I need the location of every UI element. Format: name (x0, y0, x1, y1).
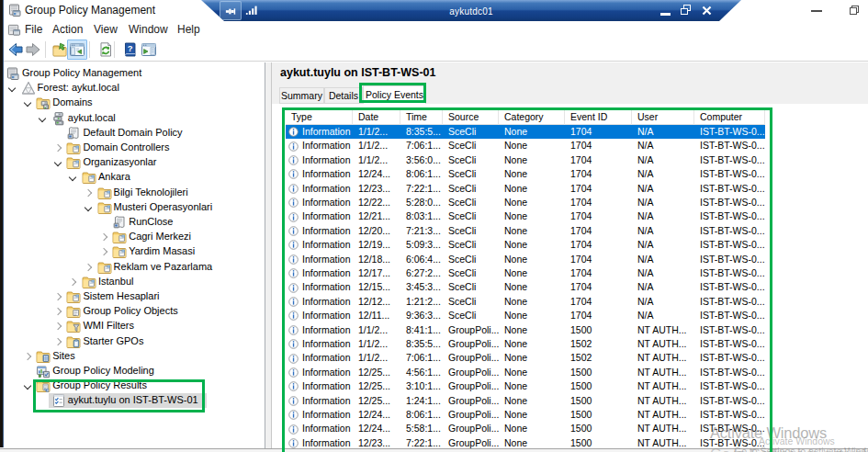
menu-item-file[interactable]: File (25, 23, 42, 36)
chevron-down-icon[interactable] (8, 85, 16, 92)
console-tree-toggle-button[interactable] (67, 40, 87, 60)
tree-item-runclose[interactable]: RunClose (4, 215, 265, 230)
tab-policy-events[interactable]: Policy Events (363, 85, 426, 104)
event-row[interactable]: Information12/23...7:22:1...GroupPoli...… (286, 436, 765, 448)
event-row[interactable]: Information12/24...8:06:1...SceCliNone17… (286, 167, 765, 181)
event-row[interactable]: Information1/1/2...7:06:1...SceCliNone17… (286, 139, 765, 153)
tree-item-cagri-merkezi[interactable]: Cagri Merkezi (4, 230, 265, 244)
event-row[interactable]: Information12/23...7:22:1...SceCliNone17… (286, 182, 765, 196)
chevron-right-icon[interactable] (23, 353, 30, 360)
column-header-user[interactable]: User (632, 110, 694, 125)
chevron-right-icon[interactable] (54, 337, 62, 345)
cell-category: None (499, 351, 565, 365)
refresh-icon[interactable] (97, 41, 114, 58)
event-row[interactable]: Information12/12...1:21:2...SceCliNone17… (286, 295, 765, 309)
tree-item-group-policy-results[interactable]: Group Policy Results (4, 379, 265, 393)
chevron-right-icon[interactable] (99, 248, 107, 255)
column-header-time[interactable]: Time (400, 110, 443, 125)
back-icon[interactable] (7, 41, 24, 58)
tree-item-organizasyonlar[interactable]: Organizasyonlar (4, 155, 265, 170)
event-row[interactable]: Information1/1/2...8:41:1...GroupPoli...… (286, 323, 765, 337)
chevron-down-icon[interactable] (69, 174, 76, 181)
chevron-right-icon[interactable] (54, 144, 62, 152)
column-header-computer[interactable]: Computer (694, 110, 765, 125)
rdp-minimize-button[interactable] (658, 0, 674, 21)
tab-details[interactable]: Details (324, 87, 363, 104)
column-header-type[interactable]: Type (286, 110, 353, 125)
chevron-right-icon[interactable] (85, 188, 92, 196)
event-row[interactable]: Information1/1/2...8:35:5...SceCliNone17… (286, 125, 765, 139)
event-row[interactable]: Information12/19...5:09:3...SceCliNone17… (286, 238, 765, 252)
window-restore-button[interactable] (850, 6, 859, 15)
event-row[interactable]: Information1/1/2...8:35:5...GroupPoli...… (286, 337, 765, 351)
tree-item-starter-gpos[interactable]: Starter GPOs (4, 334, 265, 349)
event-row[interactable]: Information12/25...3:10:1...GroupPoli...… (286, 379, 765, 393)
tree-item-aykut-tuylu-on-ist-bt-ws-01[interactable]: aykut.tuylu on IST-BT-WS-01 (4, 393, 265, 408)
tree-item-default-domain-policy[interactable]: Default Domain Policy (4, 126, 265, 141)
cell-source: GroupPoli... (443, 422, 499, 435)
tab-summary[interactable]: Summary (279, 87, 324, 104)
event-row[interactable]: Information12/22...5:28:0...SceCliNone17… (286, 196, 765, 209)
event-row[interactable]: Information12/24...5:58:1...GroupPoli...… (286, 422, 765, 435)
action-pane-icon[interactable] (141, 41, 157, 58)
chevron-down-icon[interactable] (85, 204, 92, 211)
column-header-date[interactable]: Date (353, 110, 400, 125)
tree-item-forest-aykut-local[interactable]: Forest: aykut.local (4, 81, 265, 96)
forward-icon[interactable] (25, 41, 41, 58)
event-row[interactable]: Information1/1/2...3:56:0...SceCliNone17… (286, 153, 765, 167)
event-row[interactable]: Information12/21...8:03:1...SceCliNone17… (286, 209, 765, 223)
chevron-down-icon[interactable] (54, 159, 62, 166)
tree-item-sistem-hesaplari[interactable]: Sistem Hesaplari (4, 289, 265, 304)
tree-item-musteri-operasyonlari[interactable]: Musteri Operasyonlari (4, 200, 265, 215)
tree-item-yardim-masasi[interactable]: Yardim Masasi (4, 244, 265, 259)
chevron-down-icon[interactable] (39, 114, 46, 121)
chevron-right-icon[interactable] (69, 278, 76, 286)
tree-item-domains[interactable]: Domains (4, 96, 265, 110)
chevron-right-icon[interactable] (85, 263, 92, 270)
menu-item-help[interactable]: Help (177, 23, 200, 36)
event-row[interactable]: Information1/1/2...7:06:1...GroupPoli...… (286, 351, 765, 365)
cell-category: None (499, 295, 565, 309)
event-row[interactable]: Information12/11...9:36:3...SceCliNone17… (286, 309, 765, 322)
tree-item-aykut-local[interactable]: aykut.local (4, 111, 265, 126)
window-minimize-button[interactable] (811, 10, 822, 12)
tree-item-sites[interactable]: Sites (4, 349, 265, 364)
column-header-source[interactable]: Source (443, 110, 499, 125)
tree-item-domain-controllers[interactable]: Domain Controllers (4, 141, 265, 155)
chevron-right-icon[interactable] (54, 308, 62, 315)
chevron-down-icon[interactable] (23, 99, 30, 107)
event-row[interactable]: Information12/20...7:21:3...SceCliNone17… (286, 224, 765, 238)
tree-item-reklam-ve-pazarlama[interactable]: Reklam ve Pazarlama (4, 260, 265, 275)
tree-item-wmi-filters[interactable]: WMI Filters (4, 319, 265, 333)
tree-item-label: Cagri Merkezi (129, 231, 191, 242)
chevron-right-icon[interactable] (99, 233, 107, 241)
event-row[interactable]: Information12/25...1:24:1...GroupPoli...… (286, 394, 765, 408)
tree-item-bilgi-teknolojileri[interactable]: Bilgi Teknolojileri (4, 186, 265, 200)
tree-item-group-policy-objects[interactable]: Group Policy Objects (4, 304, 265, 319)
event-row[interactable]: Information12/17...6:27:2...SceCliNone17… (286, 266, 765, 280)
event-row[interactable]: Information12/24...8:06:1...GroupPoli...… (286, 408, 765, 422)
tree-item-istanbul[interactable]: Istanbul (4, 275, 265, 289)
help-icon[interactable] (122, 41, 139, 58)
cell-time: 5:58:1... (400, 422, 443, 435)
rdp-close-button[interactable] (698, 0, 715, 21)
chevron-down-icon[interactable] (23, 382, 30, 390)
column-header-event-id[interactable]: Event ID (565, 110, 632, 125)
event-row[interactable]: Information12/18...6:06:4...SceCliNone17… (286, 253, 765, 266)
cell-source: SceCli (443, 224, 499, 238)
tree-item-group-policy-modeling[interactable]: Group Policy Modeling (4, 364, 265, 379)
tree-item-group-policy-management[interactable]: Group Policy Management (4, 66, 265, 81)
tree-item-ankara[interactable]: Ankara (4, 170, 265, 185)
menu-item-action[interactable]: Action (52, 23, 83, 36)
rdp-restore-button[interactable] (678, 0, 694, 21)
chevron-right-icon[interactable] (54, 322, 62, 330)
cell-source: SceCli (443, 167, 499, 181)
event-row[interactable]: Information12/15...3:45:3...SceCliNone17… (286, 280, 765, 294)
cell-user: N/A (632, 182, 694, 196)
export-folder-icon[interactable] (51, 41, 68, 58)
event-row[interactable]: Information12/25...4:56:1...GroupPoli...… (286, 366, 765, 379)
chevron-right-icon[interactable] (54, 293, 62, 300)
column-header-category[interactable]: Category (499, 110, 565, 125)
menu-item-view[interactable]: View (94, 23, 118, 36)
menu-item-window[interactable]: Window (129, 23, 168, 36)
